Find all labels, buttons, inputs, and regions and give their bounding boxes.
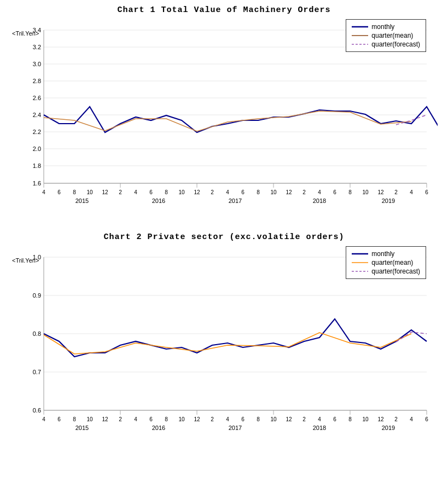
svg-text:10: 10 — [86, 416, 93, 422]
svg-text:2: 2 — [211, 416, 214, 422]
svg-text:8: 8 — [165, 189, 168, 195]
svg-text:4: 4 — [226, 416, 229, 422]
svg-text:2016: 2016 — [152, 425, 165, 431]
quarter-forecast-line-icon — [352, 43, 368, 46]
svg-text:8: 8 — [348, 416, 352, 422]
svg-text:4: 4 — [226, 189, 229, 195]
svg-text:12: 12 — [102, 189, 108, 195]
svg-text:2019: 2019 — [382, 197, 395, 204]
svg-text:6: 6 — [149, 416, 153, 422]
chart2-quarter-mean-line-icon — [352, 261, 368, 264]
chart2-gridlines — [44, 257, 427, 410]
chart2-legend-quarter-forecast: quarter(forecast) — [352, 268, 420, 275]
chart2-monthly-line-icon — [352, 252, 368, 255]
chart2-ylabels: 1.0 0.9 0.8 0.7 0.6 — [33, 254, 41, 414]
svg-text:2: 2 — [394, 189, 398, 195]
svg-text:1.0: 1.0 — [33, 254, 41, 260]
svg-text:6: 6 — [241, 189, 245, 195]
legend-quarter-forecast: quarter(forecast) — [352, 40, 420, 48]
svg-text:6: 6 — [425, 416, 428, 422]
svg-text:6: 6 — [57, 189, 61, 195]
legend-quarter-forecast-label: quarter(forecast) — [371, 40, 420, 48]
chart1-year-labels: 2015 2016 2017 2018 2019 — [75, 197, 395, 204]
chart1-container: Chart 1 Total Value of Machinery Orders … — [11, 5, 437, 216]
svg-text:2.0: 2.0 — [33, 146, 41, 152]
svg-text:10: 10 — [178, 189, 185, 195]
chart2-legend: monthly quarter(mean) quarter(forecast) — [346, 246, 426, 279]
svg-text:3.0: 3.0 — [33, 61, 41, 67]
chart2-quarter-forecast-line-icon — [352, 270, 368, 273]
svg-text:12: 12 — [194, 189, 200, 195]
svg-text:2.4: 2.4 — [33, 112, 41, 118]
svg-text:6: 6 — [149, 189, 153, 195]
svg-text:4: 4 — [410, 189, 413, 195]
svg-text:0.6: 0.6 — [33, 407, 41, 414]
svg-text:8: 8 — [165, 416, 168, 422]
svg-text:6: 6 — [333, 416, 336, 422]
svg-text:10: 10 — [86, 189, 93, 195]
svg-text:2015: 2015 — [75, 425, 89, 431]
svg-text:8: 8 — [73, 416, 76, 422]
svg-text:4: 4 — [410, 416, 413, 422]
chart1-ylabels: 3.4 3.2 3.0 2.8 2.6 2.4 2.2 2.0 1.8 1.6 — [33, 27, 41, 187]
svg-text:4: 4 — [42, 189, 45, 195]
svg-text:12: 12 — [377, 416, 384, 422]
svg-text:4: 4 — [134, 416, 137, 422]
svg-text:4: 4 — [318, 416, 321, 422]
chart1-month-labels: 4 6 8 10 12 2 4 6 8 10 12 2 4 6 8 — [42, 189, 428, 195]
svg-text:6: 6 — [425, 189, 428, 195]
svg-text:12: 12 — [194, 416, 200, 422]
chart2-xdividers — [44, 410, 427, 415]
chart1-gridlines — [44, 30, 427, 183]
svg-text:0.9: 0.9 — [33, 292, 41, 299]
svg-text:4: 4 — [318, 189, 321, 195]
legend-quarter-mean: quarter(mean) — [352, 32, 420, 39]
svg-text:2.8: 2.8 — [33, 78, 41, 84]
svg-text:2: 2 — [302, 416, 306, 422]
svg-text:8: 8 — [257, 189, 260, 195]
chart2-legend-quarter-mean-label: quarter(mean) — [371, 259, 413, 266]
monthly-line-icon — [352, 25, 368, 28]
svg-text:8: 8 — [348, 189, 352, 195]
legend-quarter-mean-label: quarter(mean) — [371, 32, 413, 39]
chart2-quarter-forecast-line — [396, 332, 427, 342]
svg-text:2: 2 — [119, 416, 122, 422]
svg-text:12: 12 — [286, 416, 292, 422]
svg-text:2017: 2017 — [229, 425, 242, 431]
svg-text:12: 12 — [377, 189, 384, 195]
chart2-title: Chart 2 Private sector (exc.volatile ord… — [11, 233, 437, 242]
svg-text:10: 10 — [270, 416, 277, 422]
svg-text:2.2: 2.2 — [33, 129, 41, 135]
svg-text:8: 8 — [73, 189, 76, 195]
svg-text:3.4: 3.4 — [33, 27, 41, 33]
chart1-monthly-line — [44, 107, 438, 132]
svg-text:6: 6 — [57, 416, 61, 422]
chart1-legend: monthly quarter(mean) quarter(forecast) — [346, 19, 426, 52]
chart1-title: Chart 1 Total Value of Machinery Orders — [11, 5, 437, 15]
svg-text:0.7: 0.7 — [33, 369, 41, 375]
svg-text:10: 10 — [270, 189, 277, 195]
chart1-wrapper: monthly quarter(mean) quarter(forecast) … — [11, 19, 437, 216]
svg-text:12: 12 — [102, 416, 108, 422]
legend-monthly-label: monthly — [371, 23, 394, 31]
chart2-legend-quarter-forecast-label: quarter(forecast) — [371, 268, 420, 275]
svg-text:1.6: 1.6 — [33, 180, 41, 187]
svg-text:10: 10 — [362, 416, 369, 422]
svg-text:2018: 2018 — [313, 425, 326, 431]
svg-text:2017: 2017 — [229, 197, 242, 204]
chart2-container: Chart 2 Private sector (exc.volatile ord… — [11, 233, 437, 443]
svg-text:2016: 2016 — [152, 197, 165, 204]
svg-text:6: 6 — [241, 416, 245, 422]
chart2-legend-quarter-mean: quarter(mean) — [352, 259, 420, 266]
page: Chart 1 Total Value of Machinery Orders … — [0, 0, 448, 465]
svg-text:2.6: 2.6 — [33, 95, 41, 101]
svg-text:10: 10 — [178, 416, 185, 422]
chart1-xdividers — [44, 183, 427, 188]
svg-text:2: 2 — [211, 189, 214, 195]
legend-monthly: monthly — [352, 23, 420, 31]
svg-text:2: 2 — [394, 416, 398, 422]
chart2-year-labels: 2015 2016 2017 2018 2019 — [75, 425, 395, 431]
svg-text:8: 8 — [257, 416, 260, 422]
chart2-legend-monthly-label: monthly — [371, 250, 394, 258]
chart2-legend-monthly: monthly — [352, 250, 420, 258]
